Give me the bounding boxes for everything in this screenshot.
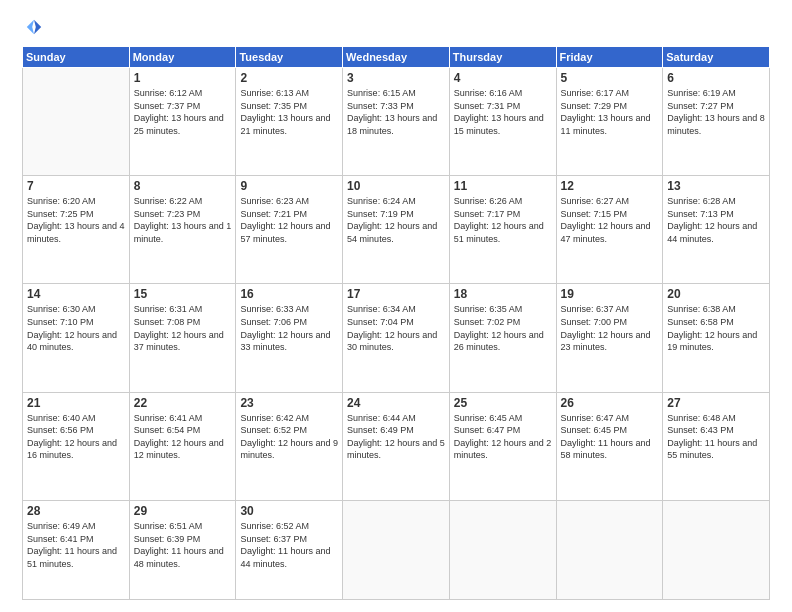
- day-info: Sunrise: 6:40 AMSunset: 6:56 PMDaylight:…: [27, 412, 125, 462]
- day-number: 3: [347, 71, 445, 85]
- day-info: Sunrise: 6:22 AMSunset: 7:23 PMDaylight:…: [134, 195, 232, 245]
- day-number: 26: [561, 396, 659, 410]
- calendar-cell: [23, 68, 130, 176]
- calendar-cell: [449, 500, 556, 599]
- day-info: Sunrise: 6:42 AMSunset: 6:52 PMDaylight:…: [240, 412, 338, 462]
- day-number: 22: [134, 396, 232, 410]
- calendar-cell: 18Sunrise: 6:35 AMSunset: 7:02 PMDayligh…: [449, 284, 556, 392]
- logo: [22, 18, 43, 36]
- day-number: 11: [454, 179, 552, 193]
- calendar-cell: 14Sunrise: 6:30 AMSunset: 7:10 PMDayligh…: [23, 284, 130, 392]
- calendar-cell: 2Sunrise: 6:13 AMSunset: 7:35 PMDaylight…: [236, 68, 343, 176]
- calendar-cell: [663, 500, 770, 599]
- weekday-header-row: SundayMondayTuesdayWednesdayThursdayFrid…: [23, 47, 770, 68]
- day-info: Sunrise: 6:23 AMSunset: 7:21 PMDaylight:…: [240, 195, 338, 245]
- calendar-week-row: 14Sunrise: 6:30 AMSunset: 7:10 PMDayligh…: [23, 284, 770, 392]
- day-number: 14: [27, 287, 125, 301]
- day-info: Sunrise: 6:31 AMSunset: 7:08 PMDaylight:…: [134, 303, 232, 353]
- day-info: Sunrise: 6:45 AMSunset: 6:47 PMDaylight:…: [454, 412, 552, 462]
- day-number: 29: [134, 504, 232, 518]
- calendar-cell: [343, 500, 450, 599]
- weekday-header-wednesday: Wednesday: [343, 47, 450, 68]
- day-info: Sunrise: 6:12 AMSunset: 7:37 PMDaylight:…: [134, 87, 232, 137]
- calendar-week-row: 1Sunrise: 6:12 AMSunset: 7:37 PMDaylight…: [23, 68, 770, 176]
- day-info: Sunrise: 6:37 AMSunset: 7:00 PMDaylight:…: [561, 303, 659, 353]
- day-number: 23: [240, 396, 338, 410]
- day-info: Sunrise: 6:28 AMSunset: 7:13 PMDaylight:…: [667, 195, 765, 245]
- calendar-cell: 29Sunrise: 6:51 AMSunset: 6:39 PMDayligh…: [129, 500, 236, 599]
- day-info: Sunrise: 6:16 AMSunset: 7:31 PMDaylight:…: [454, 87, 552, 137]
- calendar-cell: 15Sunrise: 6:31 AMSunset: 7:08 PMDayligh…: [129, 284, 236, 392]
- calendar-cell: 21Sunrise: 6:40 AMSunset: 6:56 PMDayligh…: [23, 392, 130, 500]
- svg-marker-0: [34, 20, 41, 34]
- day-number: 30: [240, 504, 338, 518]
- day-number: 13: [667, 179, 765, 193]
- day-info: Sunrise: 6:51 AMSunset: 6:39 PMDaylight:…: [134, 520, 232, 570]
- calendar-cell: 11Sunrise: 6:26 AMSunset: 7:17 PMDayligh…: [449, 176, 556, 284]
- calendar-cell: 19Sunrise: 6:37 AMSunset: 7:00 PMDayligh…: [556, 284, 663, 392]
- calendar-cell: 13Sunrise: 6:28 AMSunset: 7:13 PMDayligh…: [663, 176, 770, 284]
- day-info: Sunrise: 6:13 AMSunset: 7:35 PMDaylight:…: [240, 87, 338, 137]
- day-number: 15: [134, 287, 232, 301]
- day-number: 27: [667, 396, 765, 410]
- day-number: 8: [134, 179, 232, 193]
- day-number: 25: [454, 396, 552, 410]
- day-number: 2: [240, 71, 338, 85]
- day-number: 28: [27, 504, 125, 518]
- calendar-cell: 28Sunrise: 6:49 AMSunset: 6:41 PMDayligh…: [23, 500, 130, 599]
- calendar-cell: 16Sunrise: 6:33 AMSunset: 7:06 PMDayligh…: [236, 284, 343, 392]
- calendar-cell: 17Sunrise: 6:34 AMSunset: 7:04 PMDayligh…: [343, 284, 450, 392]
- calendar-cell: 6Sunrise: 6:19 AMSunset: 7:27 PMDaylight…: [663, 68, 770, 176]
- day-info: Sunrise: 6:49 AMSunset: 6:41 PMDaylight:…: [27, 520, 125, 570]
- day-info: Sunrise: 6:15 AMSunset: 7:33 PMDaylight:…: [347, 87, 445, 137]
- day-number: 16: [240, 287, 338, 301]
- calendar-table: SundayMondayTuesdayWednesdayThursdayFrid…: [22, 46, 770, 600]
- svg-marker-1: [27, 20, 34, 34]
- day-info: Sunrise: 6:52 AMSunset: 6:37 PMDaylight:…: [240, 520, 338, 570]
- calendar-cell: [556, 500, 663, 599]
- day-info: Sunrise: 6:38 AMSunset: 6:58 PMDaylight:…: [667, 303, 765, 353]
- day-info: Sunrise: 6:44 AMSunset: 6:49 PMDaylight:…: [347, 412, 445, 462]
- day-number: 4: [454, 71, 552, 85]
- calendar-cell: 25Sunrise: 6:45 AMSunset: 6:47 PMDayligh…: [449, 392, 556, 500]
- calendar-cell: 22Sunrise: 6:41 AMSunset: 6:54 PMDayligh…: [129, 392, 236, 500]
- day-number: 21: [27, 396, 125, 410]
- calendar-cell: 20Sunrise: 6:38 AMSunset: 6:58 PMDayligh…: [663, 284, 770, 392]
- day-info: Sunrise: 6:26 AMSunset: 7:17 PMDaylight:…: [454, 195, 552, 245]
- calendar-cell: 26Sunrise: 6:47 AMSunset: 6:45 PMDayligh…: [556, 392, 663, 500]
- weekday-header-monday: Monday: [129, 47, 236, 68]
- day-info: Sunrise: 6:47 AMSunset: 6:45 PMDaylight:…: [561, 412, 659, 462]
- day-info: Sunrise: 6:24 AMSunset: 7:19 PMDaylight:…: [347, 195, 445, 245]
- weekday-header-tuesday: Tuesday: [236, 47, 343, 68]
- calendar-week-row: 28Sunrise: 6:49 AMSunset: 6:41 PMDayligh…: [23, 500, 770, 599]
- calendar-cell: 5Sunrise: 6:17 AMSunset: 7:29 PMDaylight…: [556, 68, 663, 176]
- weekday-header-thursday: Thursday: [449, 47, 556, 68]
- day-info: Sunrise: 6:41 AMSunset: 6:54 PMDaylight:…: [134, 412, 232, 462]
- calendar-week-row: 21Sunrise: 6:40 AMSunset: 6:56 PMDayligh…: [23, 392, 770, 500]
- day-number: 9: [240, 179, 338, 193]
- day-number: 20: [667, 287, 765, 301]
- day-info: Sunrise: 6:33 AMSunset: 7:06 PMDaylight:…: [240, 303, 338, 353]
- calendar-cell: 1Sunrise: 6:12 AMSunset: 7:37 PMDaylight…: [129, 68, 236, 176]
- weekday-header-friday: Friday: [556, 47, 663, 68]
- day-number: 5: [561, 71, 659, 85]
- day-info: Sunrise: 6:35 AMSunset: 7:02 PMDaylight:…: [454, 303, 552, 353]
- day-info: Sunrise: 6:34 AMSunset: 7:04 PMDaylight:…: [347, 303, 445, 353]
- weekday-header-saturday: Saturday: [663, 47, 770, 68]
- calendar-cell: 24Sunrise: 6:44 AMSunset: 6:49 PMDayligh…: [343, 392, 450, 500]
- calendar-cell: 12Sunrise: 6:27 AMSunset: 7:15 PMDayligh…: [556, 176, 663, 284]
- weekday-header-sunday: Sunday: [23, 47, 130, 68]
- logo-icon: [25, 18, 43, 36]
- day-info: Sunrise: 6:48 AMSunset: 6:43 PMDaylight:…: [667, 412, 765, 462]
- day-number: 7: [27, 179, 125, 193]
- day-number: 10: [347, 179, 445, 193]
- day-info: Sunrise: 6:27 AMSunset: 7:15 PMDaylight:…: [561, 195, 659, 245]
- header: [22, 18, 770, 36]
- day-info: Sunrise: 6:30 AMSunset: 7:10 PMDaylight:…: [27, 303, 125, 353]
- calendar-cell: 10Sunrise: 6:24 AMSunset: 7:19 PMDayligh…: [343, 176, 450, 284]
- day-number: 1: [134, 71, 232, 85]
- day-number: 18: [454, 287, 552, 301]
- day-info: Sunrise: 6:19 AMSunset: 7:27 PMDaylight:…: [667, 87, 765, 137]
- calendar-cell: 27Sunrise: 6:48 AMSunset: 6:43 PMDayligh…: [663, 392, 770, 500]
- calendar-cell: 8Sunrise: 6:22 AMSunset: 7:23 PMDaylight…: [129, 176, 236, 284]
